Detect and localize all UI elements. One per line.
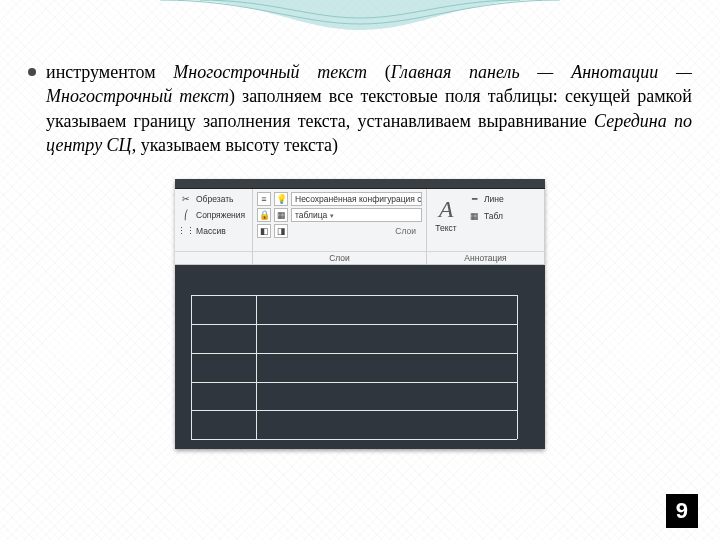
layers-label: Слои [395,226,416,236]
layer-bulb-icon[interactable]: 💡 [274,192,288,206]
layer-misc-icon[interactable]: ◧ [257,224,271,238]
layer-lock-icon[interactable]: 🔒 [257,208,271,222]
linear-dim-icon[interactable]: ━ [467,192,481,206]
ribbon-group-layers: ≡ 💡 Несохранённая конфигурация сло ▾ 🔒 ▦… [253,189,427,251]
bullet-paragraph: инструментом Многострочный текст (Главна… [28,60,692,157]
layer-misc2-icon[interactable]: ◨ [274,224,288,238]
table-outline [191,295,517,439]
footer-modify [175,252,253,265]
drawing-canvas[interactable] [175,265,545,449]
mtext-label: Текст [435,223,456,233]
layer-config-text: Несохранённая конфигурация сло [295,193,422,206]
layer-config-combo[interactable]: Несохранённая конфигурация сло ▾ [291,192,422,206]
fillet-icon: ⎛ [179,208,193,222]
table-icon[interactable]: ▦ [467,209,481,223]
autocad-screenshot: ✂ Обрезать ⎛ Сопряжения ⋮⋮ Массив ≡ [175,179,545,449]
page-number: 9 [666,494,698,528]
bullet-text: инструментом Многострочный текст (Главна… [46,62,692,155]
ribbon-group-modify: ✂ Обрезать ⎛ Сопряжения ⋮⋮ Массив [175,189,253,251]
footer-annotation: Аннотация [427,252,545,265]
mtext-button[interactable]: A Текст [431,192,461,236]
ribbon-group-annotation: A Текст ━ Лине ▦ Табл [427,189,545,251]
layer-name-combo[interactable]: таблица ▾ [291,208,422,222]
layer-name-text: таблица [295,209,327,222]
footer-layers: Слои [253,252,427,265]
decorative-wave [0,0,720,50]
linear-label[interactable]: Лине [484,194,504,204]
ribbon-group-footers: Слои Аннотация [175,251,545,265]
ribbon: ✂ Обрезать ⎛ Сопряжения ⋮⋮ Массив ≡ [175,179,545,265]
layer-table-icon[interactable]: ▦ [274,208,288,222]
chevron-down-icon: ▾ [330,209,334,222]
trim-icon: ✂ [179,192,193,206]
layer-btn-icon[interactable]: ≡ [257,192,271,206]
titlebar [175,179,545,189]
trim-label[interactable]: Обрезать [196,194,234,204]
table-label[interactable]: Табл [484,211,503,221]
array-label[interactable]: Массив [196,226,226,236]
array-icon: ⋮⋮ [179,224,193,238]
bullet-marker [28,68,36,76]
fillet-label[interactable]: Сопряжения [196,210,245,220]
